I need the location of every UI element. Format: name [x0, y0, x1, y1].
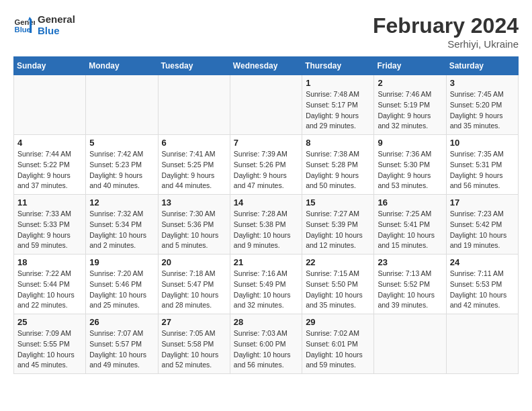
- col-monday: Monday: [86, 57, 158, 75]
- day-number: 20: [162, 257, 226, 267]
- day-number: 29: [306, 317, 370, 327]
- day-detail: Sunrise: 7:18 AMSunset: 5:47 PMDaylight:…: [162, 269, 226, 311]
- calendar-title: February 2024: [373, 13, 519, 38]
- svg-text:Blue: Blue: [15, 26, 31, 34]
- day-detail: Sunrise: 7:20 AMSunset: 5:46 PMDaylight:…: [89, 269, 154, 311]
- table-row: 17Sunrise: 7:23 AMSunset: 5:42 PMDayligh…: [446, 195, 518, 255]
- day-number: 26: [89, 317, 154, 327]
- logo-icon: General Blue: [13, 14, 35, 36]
- table-row: 18Sunrise: 7:22 AMSunset: 5:44 PMDayligh…: [14, 255, 86, 314]
- table-row: 13Sunrise: 7:30 AMSunset: 5:36 PMDayligh…: [158, 195, 230, 255]
- calendar-table: Sunday Monday Tuesday Wednesday Thursday…: [13, 56, 519, 374]
- table-row: 6Sunrise: 7:41 AMSunset: 5:25 PMDaylight…: [158, 135, 230, 195]
- table-row: 16Sunrise: 7:25 AMSunset: 5:41 PMDayligh…: [374, 195, 446, 255]
- day-detail: Sunrise: 7:33 AMSunset: 5:33 PMDaylight:…: [17, 209, 82, 251]
- table-row: 2Sunrise: 7:46 AMSunset: 5:19 PMDaylight…: [374, 75, 446, 135]
- day-number: 12: [89, 197, 154, 208]
- col-friday: Friday: [374, 57, 446, 75]
- day-number: 1: [306, 78, 370, 88]
- calendar-week-row: 25Sunrise: 7:09 AMSunset: 5:55 PMDayligh…: [14, 314, 519, 374]
- day-number: 14: [234, 197, 298, 208]
- day-number: 10: [450, 138, 515, 148]
- day-number: 2: [378, 78, 442, 88]
- table-row: [14, 75, 86, 135]
- page-header: General Blue General Blue February 2024 …: [13, 13, 519, 50]
- day-number: 17: [450, 197, 515, 208]
- day-number: 16: [378, 197, 442, 208]
- day-detail: Sunrise: 7:03 AMSunset: 6:00 PMDaylight:…: [234, 328, 298, 371]
- table-row: 21Sunrise: 7:16 AMSunset: 5:49 PMDayligh…: [230, 255, 302, 314]
- logo-general: General: [38, 13, 75, 25]
- day-detail: Sunrise: 7:28 AMSunset: 5:38 PMDaylight:…: [234, 209, 298, 251]
- day-number: 4: [17, 138, 82, 148]
- calendar-location: Serhiyi, Ukraine: [373, 38, 519, 50]
- logo-blue: Blue: [38, 25, 75, 36]
- table-row: 1Sunrise: 7:48 AMSunset: 5:17 PMDaylight…: [302, 75, 374, 135]
- table-row: 10Sunrise: 7:35 AMSunset: 5:31 PMDayligh…: [446, 135, 518, 195]
- table-row: 25Sunrise: 7:09 AMSunset: 5:55 PMDayligh…: [14, 314, 86, 374]
- day-detail: Sunrise: 7:02 AMSunset: 6:01 PMDaylight:…: [306, 328, 370, 371]
- table-row: 7Sunrise: 7:39 AMSunset: 5:26 PMDaylight…: [230, 135, 302, 195]
- day-detail: Sunrise: 7:32 AMSunset: 5:34 PMDaylight:…: [89, 209, 154, 251]
- day-number: 7: [234, 138, 298, 148]
- day-detail: Sunrise: 7:48 AMSunset: 5:17 PMDaylight:…: [306, 89, 370, 132]
- table-row: 27Sunrise: 7:05 AMSunset: 5:58 PMDayligh…: [158, 314, 230, 374]
- day-detail: Sunrise: 7:46 AMSunset: 5:19 PMDaylight:…: [378, 89, 442, 132]
- table-row: [374, 314, 446, 374]
- table-row: 28Sunrise: 7:03 AMSunset: 6:00 PMDayligh…: [230, 314, 302, 374]
- table-row: 14Sunrise: 7:28 AMSunset: 5:38 PMDayligh…: [230, 195, 302, 255]
- calendar-week-row: 11Sunrise: 7:33 AMSunset: 5:33 PMDayligh…: [14, 195, 519, 255]
- col-tuesday: Tuesday: [158, 57, 230, 75]
- table-row: 29Sunrise: 7:02 AMSunset: 6:01 PMDayligh…: [302, 314, 374, 374]
- day-detail: Sunrise: 7:38 AMSunset: 5:28 PMDaylight:…: [306, 149, 370, 191]
- day-detail: Sunrise: 7:22 AMSunset: 5:44 PMDaylight:…: [17, 269, 82, 311]
- day-number: 3: [450, 78, 515, 88]
- table-row: [158, 75, 230, 135]
- day-detail: Sunrise: 7:39 AMSunset: 5:26 PMDaylight:…: [234, 149, 298, 191]
- day-number: 21: [234, 257, 298, 267]
- calendar-header-row: Sunday Monday Tuesday Wednesday Thursday…: [14, 57, 519, 75]
- table-row: 24Sunrise: 7:11 AMSunset: 5:53 PMDayligh…: [446, 255, 518, 314]
- calendar-week-row: 4Sunrise: 7:44 AMSunset: 5:22 PMDaylight…: [14, 135, 519, 195]
- table-row: 9Sunrise: 7:36 AMSunset: 5:30 PMDaylight…: [374, 135, 446, 195]
- day-detail: Sunrise: 7:15 AMSunset: 5:50 PMDaylight:…: [306, 269, 370, 311]
- day-number: 28: [234, 317, 298, 327]
- day-detail: Sunrise: 7:13 AMSunset: 5:52 PMDaylight:…: [378, 269, 442, 311]
- table-row: 26Sunrise: 7:07 AMSunset: 5:57 PMDayligh…: [86, 314, 158, 374]
- day-number: 11: [17, 197, 82, 208]
- table-row: 5Sunrise: 7:42 AMSunset: 5:23 PMDaylight…: [86, 135, 158, 195]
- col-wednesday: Wednesday: [230, 57, 302, 75]
- day-detail: Sunrise: 7:11 AMSunset: 5:53 PMDaylight:…: [450, 269, 515, 311]
- day-number: 18: [17, 257, 82, 267]
- table-row: 22Sunrise: 7:15 AMSunset: 5:50 PMDayligh…: [302, 255, 374, 314]
- table-row: 4Sunrise: 7:44 AMSunset: 5:22 PMDaylight…: [14, 135, 86, 195]
- day-number: 19: [89, 257, 154, 267]
- svg-text:General: General: [15, 18, 35, 26]
- col-sunday: Sunday: [14, 57, 86, 75]
- table-row: 20Sunrise: 7:18 AMSunset: 5:47 PMDayligh…: [158, 255, 230, 314]
- day-detail: Sunrise: 7:36 AMSunset: 5:30 PMDaylight:…: [378, 149, 442, 191]
- table-row: [86, 75, 158, 135]
- col-saturday: Saturday: [446, 57, 518, 75]
- table-row: 19Sunrise: 7:20 AMSunset: 5:46 PMDayligh…: [86, 255, 158, 314]
- day-detail: Sunrise: 7:45 AMSunset: 5:20 PMDaylight:…: [450, 89, 515, 132]
- day-number: 13: [162, 197, 226, 208]
- calendar-week-row: 1Sunrise: 7:48 AMSunset: 5:17 PMDaylight…: [14, 75, 519, 135]
- table-row: [230, 75, 302, 135]
- day-number: 25: [17, 317, 82, 327]
- day-detail: Sunrise: 7:16 AMSunset: 5:49 PMDaylight:…: [234, 269, 298, 311]
- logo: General Blue General Blue: [13, 13, 75, 36]
- day-detail: Sunrise: 7:07 AMSunset: 5:57 PMDaylight:…: [89, 328, 154, 371]
- table-row: 15Sunrise: 7:27 AMSunset: 5:39 PMDayligh…: [302, 195, 374, 255]
- calendar-week-row: 18Sunrise: 7:22 AMSunset: 5:44 PMDayligh…: [14, 255, 519, 314]
- day-number: 23: [378, 257, 442, 267]
- table-row: 8Sunrise: 7:38 AMSunset: 5:28 PMDaylight…: [302, 135, 374, 195]
- table-row: 3Sunrise: 7:45 AMSunset: 5:20 PMDaylight…: [446, 75, 518, 135]
- day-detail: Sunrise: 7:23 AMSunset: 5:42 PMDaylight:…: [450, 209, 515, 251]
- day-number: 6: [162, 138, 226, 148]
- day-detail: Sunrise: 7:41 AMSunset: 5:25 PMDaylight:…: [162, 149, 226, 191]
- day-detail: Sunrise: 7:30 AMSunset: 5:36 PMDaylight:…: [162, 209, 226, 251]
- day-number: 9: [378, 138, 442, 148]
- day-detail: Sunrise: 7:05 AMSunset: 5:58 PMDaylight:…: [162, 328, 226, 371]
- day-detail: Sunrise: 7:09 AMSunset: 5:55 PMDaylight:…: [17, 328, 82, 371]
